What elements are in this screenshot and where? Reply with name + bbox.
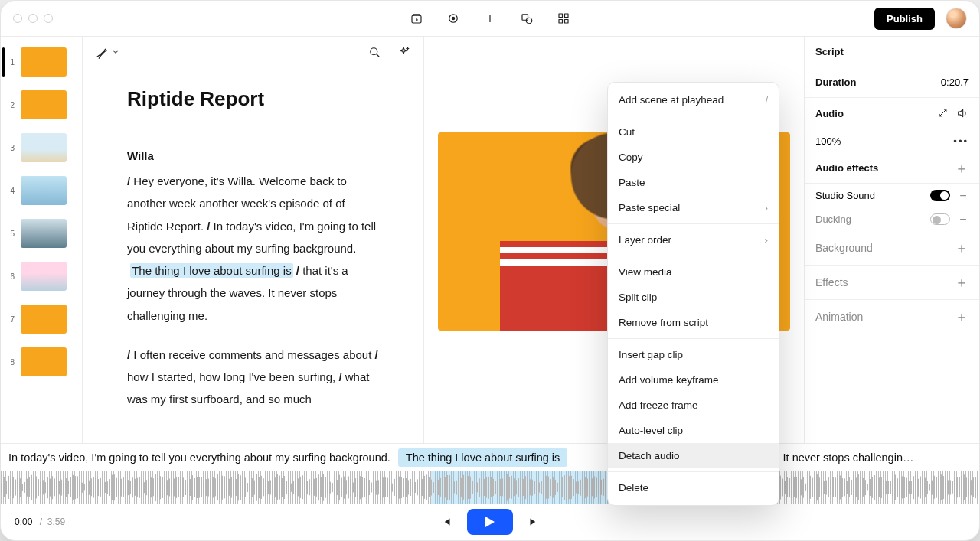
ctx-remove[interactable]: Remove from script (608, 310, 779, 335)
ctx-paste-special[interactable]: Paste special› (608, 195, 779, 220)
titlebar: Publish (1, 1, 979, 37)
scene-thumb-8[interactable]: 8 (1, 344, 82, 380)
ctx-volume-keyframe[interactable]: Add volume keyframe (608, 367, 779, 393)
ducking-toggle[interactable] (930, 213, 950, 225)
props-script-header: Script (815, 46, 969, 57)
svg-point-2 (452, 17, 456, 21)
background-accordion[interactable]: Background＋ (805, 231, 979, 266)
timeline-text-track[interactable]: In today's video, I'm going to tell you … (1, 444, 979, 471)
ctx-auto-level[interactable]: Auto-level clip (608, 418, 779, 443)
scene-thumb-6[interactable]: 6 (1, 259, 82, 294)
search-icon[interactable] (367, 44, 382, 60)
traffic-min[interactable] (28, 14, 38, 23)
script-document[interactable]: Riptide Report Willa / Hey everyone, it'… (83, 67, 423, 443)
media-library-icon[interactable] (409, 11, 424, 26)
timeline-text-selected[interactable]: The thing I love about surfing is (398, 448, 568, 467)
script-panel: Riptide Report Willa / Hey everyone, it'… (83, 37, 424, 443)
speaker-name: Willa (127, 149, 379, 162)
scene-thumb-7[interactable]: 7 (1, 301, 82, 337)
ctx-layer-order[interactable]: Layer order› (608, 227, 779, 253)
timeline: In today's video, I'm going to tell you … (1, 443, 979, 540)
remove-studio-sound[interactable]: − (958, 191, 969, 201)
effects-accordion[interactable]: Effects＋ (805, 266, 979, 300)
audio-effects-header: Audio effects ＋ (805, 153, 979, 184)
playhead-time: 0:00 / 3:59 (15, 517, 65, 527)
pen-tool-dropdown[interactable] (95, 45, 119, 59)
remove-ducking[interactable]: − (958, 214, 969, 225)
context-menu: Add scene at playhead/ Cut Copy Paste Pa… (607, 82, 779, 506)
publish-button[interactable]: Publish (874, 8, 935, 30)
transcript-paragraph-2[interactable]: / I often receive comments and messages … (127, 344, 379, 411)
ctx-add-scene[interactable]: Add scene at playhead/ (608, 87, 779, 112)
ctx-delete[interactable]: Delete (608, 475, 779, 500)
scene-thumb-5[interactable]: 5 (1, 216, 82, 251)
top-toolbar (409, 1, 571, 36)
ctx-detach-audio[interactable]: Detach audio (608, 443, 779, 468)
duration-row: Duration 0:20.7 (805, 67, 979, 98)
audio-level-row[interactable]: 100% ••• (805, 129, 979, 153)
ctx-cut[interactable]: Cut (608, 119, 779, 145)
scene-thumb-4[interactable]: 4 (1, 173, 82, 208)
text-icon[interactable] (482, 11, 498, 26)
ctx-insert-gap[interactable]: Insert gap clip (608, 342, 779, 367)
svg-point-9 (371, 48, 377, 55)
app-window: Publish 1 2 3 4 5 6 7 8 (0, 0, 980, 541)
sparkle-icon[interactable] (396, 44, 411, 60)
transport-bar: 0:00 / 3:59 (1, 504, 979, 540)
traffic-close[interactable] (13, 14, 22, 23)
animation-accordion[interactable]: Animation＋ (805, 300, 979, 334)
studio-sound-row: Studio Sound − (805, 184, 979, 207)
duration-value: 0:20.7 (941, 77, 969, 88)
studio-sound-toggle[interactable] (930, 190, 950, 201)
script-toolbar (83, 37, 423, 67)
auto-adjust-icon[interactable] (937, 107, 949, 119)
svg-rect-7 (559, 20, 563, 24)
skip-forward-button[interactable] (527, 515, 541, 529)
svg-rect-8 (565, 20, 569, 24)
ctx-view-media[interactable]: View media (608, 259, 779, 285)
highlighted-range[interactable]: The thing I love about surfing is (130, 263, 292, 278)
skip-back-button[interactable] (439, 515, 453, 529)
svg-point-4 (526, 18, 532, 24)
ctx-paste[interactable]: Paste (608, 170, 779, 195)
user-avatar[interactable] (946, 8, 967, 29)
more-icon[interactable]: ••• (953, 135, 969, 147)
record-icon[interactable] (446, 11, 461, 26)
speaker-icon[interactable] (956, 107, 969, 119)
transcript-paragraph-1[interactable]: / Hey everyone, it's Willa. Welcome back… (127, 170, 379, 327)
ctx-freeze-frame[interactable]: Add freeze frame (608, 393, 779, 418)
scene-thumb-3[interactable]: 3 (1, 130, 82, 165)
properties-panel: Script Duration 0:20.7 Audio 100% ••• Au… (804, 37, 979, 443)
waveform[interactable] (1, 471, 979, 504)
ctx-copy[interactable]: Copy (608, 145, 779, 170)
traffic-max[interactable] (44, 14, 53, 23)
svg-rect-5 (559, 14, 563, 18)
scene-thumb-1[interactable]: 1 (1, 44, 82, 80)
play-button[interactable] (467, 509, 513, 535)
apps-icon[interactable] (556, 11, 571, 26)
scene-thumbnails: 1 2 3 4 5 6 7 8 (1, 37, 83, 443)
timeline-text-before[interactable]: In today's video, I'm going to tell you … (1, 451, 398, 464)
svg-rect-6 (565, 14, 569, 18)
chevron-down-icon (112, 48, 119, 56)
ctx-split[interactable]: Split clip (608, 285, 779, 310)
window-controls (13, 14, 53, 23)
ducking-row: Ducking − (805, 207, 979, 231)
document-title: Riptide Report (127, 87, 379, 111)
audio-header: Audio (805, 98, 979, 129)
scene-thumb-2[interactable]: 2 (1, 87, 82, 122)
shapes-icon[interactable] (519, 11, 534, 26)
pen-icon (95, 45, 109, 59)
